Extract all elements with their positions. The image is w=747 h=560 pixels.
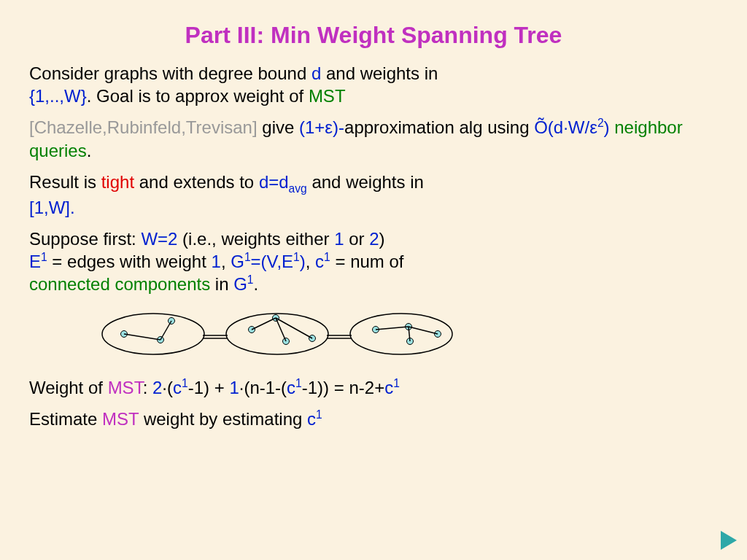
paragraph-5: Weight of MST: 2·(c1-1) + 1·(n-1-(c1-1))… <box>29 376 718 399</box>
svg-line-18 <box>124 334 160 340</box>
svg-point-0 <box>102 314 204 354</box>
paragraph-3: Result is tight and extends to d=davg an… <box>29 171 718 219</box>
components-diagram <box>95 305 718 368</box>
svg-line-20 <box>252 318 276 330</box>
paragraph-1: Consider graphs with degree bound d and … <box>29 62 718 107</box>
svg-line-25 <box>409 327 438 334</box>
paragraph-6: Estimate MST weight by estimating c1 <box>29 408 718 430</box>
next-slide-icon[interactable] <box>721 531 737 550</box>
paragraph-2: [Chazelle,Rubinfeld,Trevisan] give (1+ε)… <box>29 116 718 161</box>
svg-line-23 <box>376 327 409 330</box>
slide-title: Part III: Min Weight Spanning Tree <box>29 22 718 49</box>
svg-line-22 <box>276 318 312 338</box>
svg-line-19 <box>160 321 171 340</box>
paragraph-4: Suppose first: W=2 (i.e., weights either… <box>29 228 718 296</box>
svg-line-21 <box>276 318 286 341</box>
